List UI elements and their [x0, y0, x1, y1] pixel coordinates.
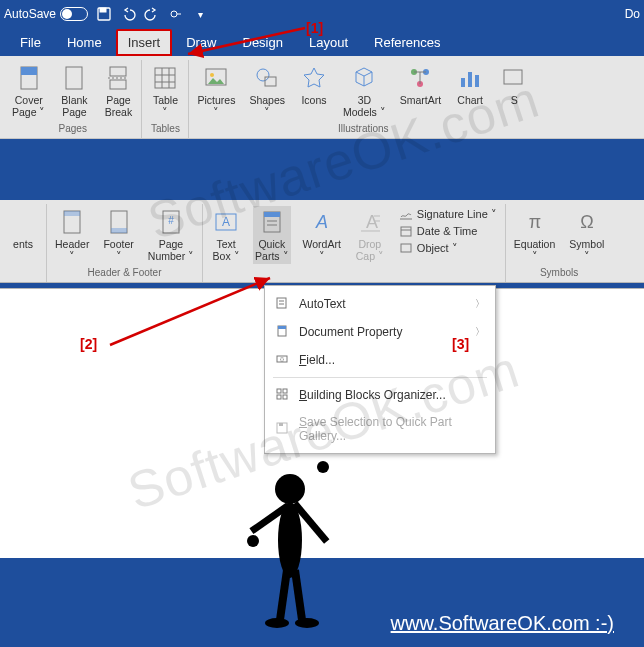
screenshot-partial-button[interactable]: S: [497, 62, 531, 108]
comments-partial-button[interactable]: ents: [6, 206, 40, 252]
date-time-button[interactable]: Date & Time: [397, 223, 499, 239]
tab-draw[interactable]: Draw: [174, 29, 228, 56]
tab-insert[interactable]: Insert: [116, 29, 173, 56]
signature-line-button[interactable]: Signature Line ˅: [397, 206, 499, 222]
submenu-arrow-icon: 〉: [475, 297, 485, 311]
pictures-button[interactable]: Pictures ˅: [195, 62, 237, 120]
tab-home[interactable]: Home: [55, 29, 114, 56]
svg-rect-57: [277, 389, 281, 393]
wordart-icon: A: [308, 208, 336, 236]
ribbon-item-label: Quick Parts ˅: [255, 238, 288, 262]
icons-button[interactable]: Icons: [297, 62, 331, 108]
customize-qat-icon[interactable]: ▾: [192, 6, 208, 22]
chart-button[interactable]: Chart: [453, 62, 487, 108]
ribbon-item-label: S: [511, 94, 518, 106]
group-label: Header & Footer: [88, 264, 162, 282]
text-box-button[interactable]: AText Box ˅: [209, 206, 243, 264]
text-box-icon: A: [212, 208, 240, 236]
annotation-2: [2]: [80, 336, 97, 352]
svg-point-70: [295, 618, 319, 628]
svg-point-15: [210, 73, 214, 77]
cover-page-button[interactable]: Cover Page ˅: [10, 62, 47, 120]
svg-rect-54: [278, 326, 286, 329]
signature-line-icon: [399, 207, 413, 221]
svg-rect-47: [401, 244, 411, 252]
date-time-icon: [399, 224, 413, 238]
equation-button[interactable]: πEquation ˅: [512, 206, 557, 264]
3d-models-icon: [350, 64, 378, 92]
svg-rect-6: [110, 67, 126, 76]
equation-icon: π: [521, 208, 549, 236]
shapes-icon: [253, 64, 281, 92]
symbol-button[interactable]: ΩSymbol ˅: [567, 206, 606, 264]
object-button[interactable]: Object ˅: [397, 240, 499, 256]
svg-rect-26: [504, 70, 522, 84]
svg-text:A: A: [222, 215, 230, 229]
3d-models-button[interactable]: 3D Models ˅: [341, 62, 388, 120]
quick-parts-button[interactable]: Quick Parts ˅: [253, 206, 290, 264]
tab-references[interactable]: References: [362, 29, 452, 56]
comments-partial-icon: [9, 208, 37, 236]
object-icon: [399, 241, 413, 255]
svg-rect-68: [291, 569, 306, 620]
page-number-button[interactable]: #Page Number ˅: [146, 206, 196, 264]
menu-item-label: Building Blocks Organizer...: [299, 388, 485, 402]
svg-rect-17: [265, 77, 276, 86]
smartart-button[interactable]: SmartArt: [398, 62, 443, 108]
svg-rect-62: [279, 423, 283, 426]
ribbon-item-label: Pictures ˅: [197, 94, 235, 118]
menu-item-autotext[interactable]: AutoText〉: [265, 290, 495, 318]
svg-text:A: A: [315, 212, 328, 232]
save-icon[interactable]: [96, 6, 112, 22]
redo-icon[interactable]: [144, 6, 160, 22]
wordart-button[interactable]: AWordArt ˅: [301, 206, 343, 264]
blank-page-button[interactable]: Blank Page: [57, 62, 91, 120]
cover-page-icon: [15, 64, 43, 92]
ribbon-group: Cover Page ˅Blank PagePage BreakPages: [4, 60, 142, 138]
save-selection-icon: [275, 421, 291, 437]
footer-link[interactable]: www.SoftwareOK.com :-): [391, 612, 614, 635]
group-label: Symbols: [540, 264, 578, 282]
svg-point-16: [257, 69, 269, 81]
footer-icon: [105, 208, 133, 236]
chart-icon: [456, 64, 484, 92]
svg-rect-45: [401, 227, 411, 236]
drop-cap-button[interactable]: ADrop Cap ˅: [353, 206, 387, 264]
menu-item-save-selection: Save Selection to Quick Part Gallery...: [265, 409, 495, 449]
tab-design[interactable]: Design: [231, 29, 295, 56]
autosave-toggle[interactable]: AutoSave: [4, 7, 88, 21]
menu-item-building-blocks-organizer[interactable]: Building Blocks Organizer...: [265, 381, 495, 409]
group-label: Tables: [151, 120, 180, 138]
svg-rect-25: [475, 75, 479, 87]
ribbon-insert: Cover Page ˅Blank PagePage BreakPagesTab…: [0, 56, 644, 139]
table-button[interactable]: Table ˅: [148, 62, 182, 120]
symbol-icon: Ω: [573, 208, 601, 236]
tab-file[interactable]: File: [8, 29, 53, 56]
ribbon-item-label: Page Break: [105, 94, 132, 118]
drop-cap-icon: A: [356, 208, 384, 236]
ribbon-group: Header ˅Footer ˅#Page Number ˅Header & F…: [47, 204, 203, 282]
touch-mode-icon[interactable]: [168, 6, 184, 22]
footer-button[interactable]: Footer ˅: [101, 206, 135, 264]
ribbon-item-label: WordArt ˅: [303, 238, 341, 262]
ribbon-group: πEquation ˅ΩSymbol ˅Symbols: [506, 204, 612, 282]
ribbon-group: Table ˅Tables: [142, 60, 189, 138]
header-icon: [58, 208, 86, 236]
undo-icon[interactable]: [120, 6, 136, 22]
page-break-button[interactable]: Page Break: [101, 62, 135, 120]
svg-rect-67: [276, 569, 291, 620]
svg-point-2: [171, 11, 177, 17]
ribbon-item-label: SmartArt: [400, 94, 441, 106]
group-label: Pages: [59, 120, 87, 138]
ribbon-item-label: ents: [13, 238, 33, 250]
building-blocks-organizer-icon: [275, 387, 291, 403]
ribbon-item-label: Cover Page ˅: [12, 94, 45, 118]
screenshot-partial-icon: [500, 64, 528, 92]
shapes-button[interactable]: Shapes ˅: [247, 62, 287, 120]
ribbon-item-label: Drop Cap ˅: [356, 238, 384, 262]
ribbon-item-label: Symbol ˅: [569, 238, 604, 262]
stack-item-label: Date & Time: [417, 225, 478, 237]
ribbon-insert-continued: entsHeader ˅Footer ˅#Page Number ˅Header…: [0, 200, 644, 283]
header-button[interactable]: Header ˅: [53, 206, 91, 264]
ribbon-group: AText Box ˅Quick Parts ˅AWordArt ˅ADrop …: [203, 204, 506, 282]
